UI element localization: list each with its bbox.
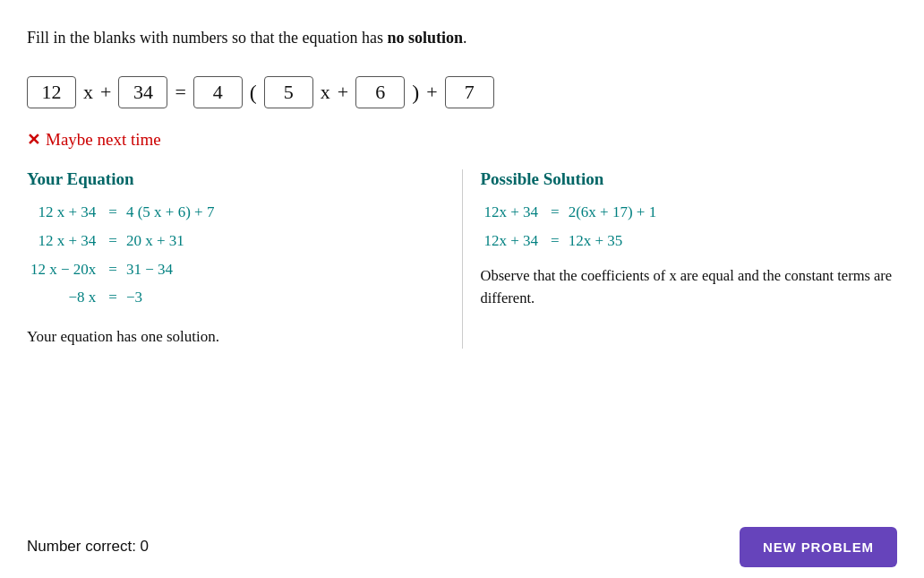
eq-rhs: −3 [123, 283, 218, 312]
x-symbol-1: x [83, 81, 93, 104]
x-icon: ✕ [27, 130, 40, 150]
x-symbol-2: x [321, 81, 330, 104]
instruction-text-after: . [463, 29, 467, 47]
eq-lhs: 12x + 34 [481, 227, 546, 255]
input-box-3[interactable]: 4 [193, 76, 243, 108]
eq-lhs: 12x + 34 [481, 198, 546, 227]
new-problem-button[interactable]: NEW PROBLEM [740, 527, 897, 567]
table-row: 12 x − 20x = 31 − 34 [27, 255, 218, 284]
possible-solution-section: Possible Solution 12x + 34 = 2(6x + 17) … [463, 169, 898, 349]
input-box-4[interactable]: 5 [264, 76, 313, 108]
feedback-label: Maybe next time [46, 130, 161, 150]
table-row: 12x + 34 = 2(6x + 17) + 1 [481, 198, 661, 227]
your-equation-section: Your Equation 12 x + 34 = 4 (5 x + 6) + … [27, 169, 462, 349]
input-box-1[interactable]: 12 [27, 76, 76, 108]
instruction-bold: no solution [387, 29, 463, 47]
open-paren: ( [250, 81, 257, 105]
input-box-6[interactable]: 7 [445, 76, 494, 108]
eq-equals: = [103, 283, 123, 312]
eq-equals: = [103, 255, 123, 284]
eq-lhs: 12 x + 34 [27, 198, 103, 227]
bottom-bar: Number correct: 0 NEW PROBLEM [0, 515, 924, 578]
eq-lhs: 12 x + 34 [27, 227, 103, 255]
feedback-message: ✕ Maybe next time [27, 130, 897, 150]
your-equation-title: Your Equation [27, 169, 444, 189]
eq-lhs: 12 x − 20x [27, 255, 103, 284]
your-equation-table: 12 x + 34 = 4 (5 x + 6) + 7 12 x + 34 = … [27, 198, 218, 312]
instruction: Fill in the blanks with numbers so that … [27, 27, 897, 49]
two-column-section: Your Equation 12 x + 34 = 4 (5 x + 6) + … [27, 169, 897, 349]
plus-symbol-1: + [100, 81, 111, 104]
table-row: 12x + 34 = 12x + 35 [481, 227, 661, 255]
eq-lhs: −8 x [27, 283, 103, 312]
instruction-text-before: Fill in the blanks with numbers so that … [27, 29, 387, 47]
eq-equals: = [545, 198, 565, 227]
observe-text: Observe that the coefficients of x are e… [481, 264, 898, 310]
number-correct: Number correct: 0 [27, 538, 149, 556]
plus-symbol-2: + [338, 81, 348, 104]
eq-equals: = [103, 198, 123, 227]
eq-rhs: 31 − 34 [123, 255, 218, 284]
eq-equals: = [103, 227, 123, 255]
input-box-2[interactable]: 34 [118, 76, 167, 108]
table-row: 12 x + 34 = 20 x + 31 [27, 227, 218, 255]
equation-row: 12 x + 34 = 4 ( 5 x + 6 ) + 7 [27, 76, 897, 108]
one-solution-text: Your equation has one solution. [27, 328, 444, 346]
close-paren: ) [412, 81, 419, 105]
eq-rhs: 2(6x + 17) + 1 [565, 198, 661, 227]
table-row: 12 x + 34 = 4 (5 x + 6) + 7 [27, 198, 218, 227]
input-box-5[interactable]: 6 [355, 76, 405, 108]
possible-solution-title: Possible Solution [481, 169, 898, 189]
plus-symbol-3: + [426, 81, 437, 104]
eq-rhs: 4 (5 x + 6) + 7 [123, 198, 218, 227]
possible-solution-table: 12x + 34 = 2(6x + 17) + 1 12x + 34 = 12x… [481, 198, 661, 255]
equals-symbol: = [175, 81, 185, 104]
eq-rhs: 12x + 35 [565, 227, 661, 255]
eq-rhs: 20 x + 31 [123, 227, 218, 255]
eq-equals: = [545, 227, 565, 255]
table-row: −8 x = −3 [27, 283, 218, 312]
